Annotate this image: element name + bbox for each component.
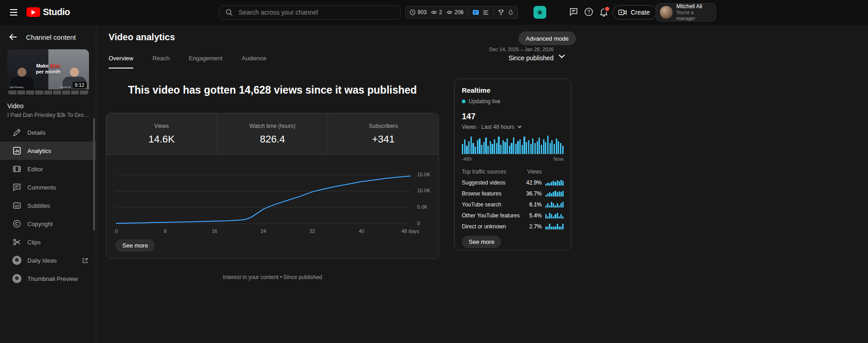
- live-dot-icon: [462, 100, 465, 103]
- external-link-icon: [82, 257, 89, 264]
- metric-watch-time[interactable]: Watch time (hours) 826.4: [217, 113, 328, 154]
- realtime-bar: [466, 146, 467, 154]
- channel-search-bar[interactable]: [219, 5, 401, 20]
- realtime-bar: [472, 143, 474, 154]
- realtime-bar: [519, 139, 521, 154]
- see-more-button[interactable]: See more: [115, 239, 155, 252]
- realtime-bar: [507, 138, 508, 154]
- video-kind-label: Video: [7, 102, 24, 110]
- realtime-bar: [462, 144, 463, 154]
- help-icon[interactable]: ?: [584, 7, 595, 18]
- realtime-bar: [549, 143, 551, 154]
- realtime-bar: [534, 143, 536, 154]
- realtime-bar: [487, 146, 489, 154]
- realtime-bar: [551, 140, 553, 154]
- x-tick-label: 40: [359, 228, 364, 234]
- realtime-axis: -48h Now: [462, 156, 564, 162]
- create-button[interactable]: Create: [612, 5, 657, 20]
- thumbnail-filmstrip: [7, 90, 89, 95]
- metric-subscribers[interactable]: Subscribers +341: [328, 113, 439, 154]
- feedback-icon[interactable]: [569, 7, 580, 18]
- daily-ideas-icon: [12, 256, 21, 265]
- sidebar-item-editor[interactable]: Editor: [0, 160, 96, 178]
- footer-note: Interest in your content • Since publish…: [106, 274, 439, 280]
- tab-audience[interactable]: Audience: [242, 55, 267, 69]
- extension-icon[interactable]: [533, 6, 546, 19]
- realtime-bar: [515, 144, 517, 154]
- sidebar-nav: Details Analytics Editor Comments Subtit…: [0, 123, 96, 288]
- extension-stats-pill[interactable]: 903 2 206: [405, 6, 518, 19]
- sidebar-item-details[interactable]: Details: [0, 123, 96, 142]
- realtime-bar: [537, 141, 538, 154]
- sidebar-item-subtitles[interactable]: Subtitles: [0, 196, 96, 215]
- sidebar: Channel content Make $1m per month Dan P…: [0, 25, 96, 343]
- realtime-bar: [477, 140, 478, 154]
- trophy-icon[interactable]: [498, 9, 504, 16]
- tab-reach[interactable]: Reach: [152, 55, 170, 69]
- traffic-sparkline: [545, 213, 564, 219]
- tab-engagement[interactable]: Engagement: [189, 55, 223, 69]
- sidebar-item-comments[interactable]: Comments: [0, 178, 96, 196]
- overview-metrics-card: Views 14.6K Watch time (hours) 826.4 Sub…: [106, 113, 439, 259]
- back-to-channel-content[interactable]: Channel content: [0, 30, 96, 44]
- video-thumbnail: Make $1m per month Dan Priestley Mitchel…: [7, 49, 89, 95]
- thumbnail-right-caption: Mitchell Ali: [60, 86, 71, 89]
- realtime-bar: [468, 141, 470, 154]
- thumbnail-left-caption: Dan Priestley: [10, 86, 24, 89]
- svg-text:?: ?: [587, 9, 590, 15]
- realtime-bar: [554, 144, 555, 154]
- realtime-count-label[interactable]: Views · Last 48 hours: [462, 123, 564, 130]
- y-tick-label: 15.0K: [417, 172, 430, 177]
- realtime-bar: [500, 145, 502, 154]
- y-tick-label: 0: [417, 221, 420, 226]
- realtime-bar: [479, 138, 480, 154]
- realtime-bar: [509, 146, 510, 154]
- realtime-bar: [545, 142, 546, 154]
- traffic-row-other: Other YouTube features 5.4%: [462, 212, 564, 219]
- search-icon: [225, 8, 233, 16]
- droplet-icon[interactable]: [507, 9, 514, 16]
- back-label: Channel content: [26, 33, 76, 41]
- realtime-bar: [539, 137, 540, 154]
- realtime-bar: [532, 138, 533, 154]
- sidebar-item-clips[interactable]: Clips: [0, 233, 96, 251]
- date-range-selector[interactable]: Dec 14, 2025 – Jan 28, 2026 Since publis…: [482, 47, 569, 62]
- sidebar-scrollbar[interactable]: [93, 118, 95, 231]
- subtitles-icon: [12, 201, 21, 210]
- views-stat-2: 206: [446, 9, 464, 16]
- profile-name: Mitchell Ali: [676, 3, 712, 10]
- x-tick-label: 16: [212, 228, 217, 234]
- realtime-bar: [496, 143, 497, 154]
- traffic-sparkline: [545, 224, 564, 230]
- sidebar-item-thumbnail-preview[interactable]: Thumbnail Preview: [0, 269, 96, 288]
- sidebar-item-analytics[interactable]: Analytics: [0, 142, 96, 160]
- watch-time-stat: 903: [409, 9, 427, 16]
- realtime-bar: [494, 139, 495, 154]
- youtube-studio-logo[interactable]: Studio: [26, 7, 70, 17]
- realtime-see-more-button[interactable]: See more: [462, 236, 501, 248]
- x-tick-label: 32: [309, 228, 315, 234]
- realtime-bar: [530, 144, 532, 154]
- y-tick-label: 10.0K: [417, 188, 430, 193]
- hamburger-menu-icon[interactable]: [8, 7, 19, 18]
- screen-tool-icon[interactable]: [472, 9, 479, 16]
- chevron-down-icon: [556, 51, 567, 62]
- video-duration-badge: 9:12: [73, 82, 87, 88]
- tab-overview[interactable]: Overview: [109, 55, 133, 69]
- realtime-view-count: 147: [462, 112, 564, 121]
- search-input[interactable]: [238, 8, 395, 16]
- pencil-icon: [12, 128, 21, 137]
- profile-chip[interactable]: Mitchell Ali You're a manager: [656, 3, 716, 21]
- metric-views[interactable]: Views 14.6K: [106, 113, 217, 154]
- video-title: I Paid Dan Priestley $3k To Grow My...: [7, 112, 90, 118]
- views-line-ylabels: 15.0K10.0K5.0K0: [413, 167, 435, 227]
- eye-icon: [446, 9, 453, 16]
- realtime-bar: [541, 145, 542, 154]
- sidebar-item-copyright[interactable]: Copyright: [0, 215, 96, 233]
- notifications-bell-icon[interactable]: [599, 7, 610, 18]
- x-tick-label: 48 days: [402, 228, 419, 234]
- list-tool-icon[interactable]: [482, 9, 489, 16]
- traffic-sparkline: [545, 191, 564, 197]
- advanced-mode-button[interactable]: Advanced mode: [518, 32, 576, 45]
- sidebar-item-daily-ideas[interactable]: Daily Ideas: [0, 251, 96, 269]
